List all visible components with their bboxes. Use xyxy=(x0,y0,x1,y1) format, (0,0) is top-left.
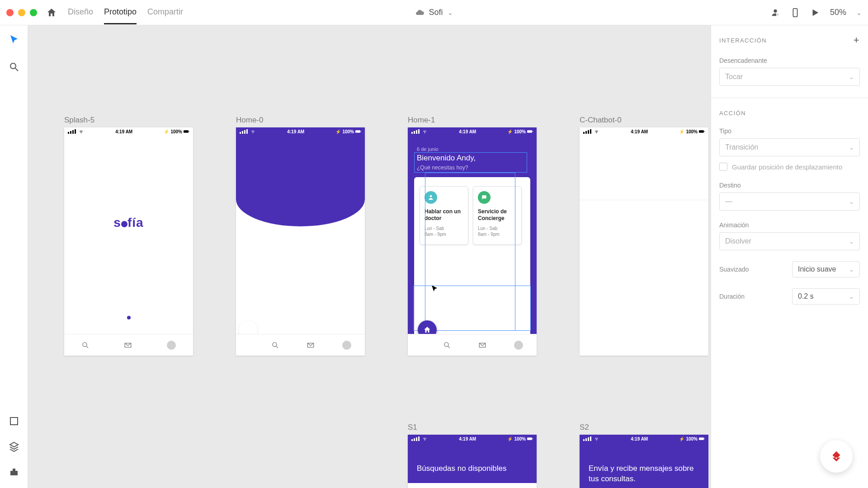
select-tool[interactable] xyxy=(9,34,19,47)
artboard-splash-5[interactable]: Splash-5 4:19 AM ⚡100% sfía xyxy=(64,116,193,356)
svg-rect-12 xyxy=(355,130,360,132)
status-time: 4:19 AM xyxy=(287,129,304,134)
duration-label: Duración xyxy=(719,293,745,300)
search-tool[interactable] xyxy=(9,61,19,74)
topbar-right: + 50% ⌄ xyxy=(770,8,862,18)
artboard-s1[interactable]: S1 4:19 AM ⚡100% Búsquedas no disponible… xyxy=(408,423,537,488)
chevron-down-icon: ⌄ xyxy=(849,266,854,273)
trigger-value: Tocar xyxy=(725,73,743,81)
artboard-home-0[interactable]: Home-0 4:19 AM ⚡100% xyxy=(236,116,365,356)
tab-design[interactable]: Diseño xyxy=(68,7,93,24)
svg-point-0 xyxy=(774,9,777,12)
animation-select[interactable]: Disolver ⌄ xyxy=(719,232,860,250)
svg-rect-13 xyxy=(360,131,361,132)
animation-value: Disolver xyxy=(725,237,751,245)
device-preview-icon[interactable] xyxy=(790,8,800,18)
status-battery: 100% xyxy=(686,436,698,441)
duration-value: 0.2 s xyxy=(798,292,814,300)
search-icon[interactable] xyxy=(81,341,90,349)
preserve-scroll-checkbox[interactable]: Guardar posición de desplazamiento xyxy=(719,163,860,171)
svg-point-4 xyxy=(10,63,16,69)
chevron-down-icon: ⌄ xyxy=(849,144,854,151)
destination-value: — xyxy=(725,197,732,206)
easing-label: Suavizado xyxy=(719,266,749,273)
mail-icon[interactable] xyxy=(478,341,486,349)
mode-tabs: Diseño Prototipo Compartir xyxy=(68,7,183,18)
minimize-window[interactable] xyxy=(18,9,25,16)
svg-point-10 xyxy=(83,343,87,347)
svg-point-19 xyxy=(444,343,448,347)
artboard-label[interactable]: Splash-5 xyxy=(64,116,193,125)
svg-rect-8 xyxy=(184,130,189,132)
date-label: 6 de junio xyxy=(417,146,439,152)
destination-label: Destino xyxy=(719,182,860,189)
bottom-nav xyxy=(64,334,193,356)
zoom-level[interactable]: 50% xyxy=(830,8,846,17)
type-value: Transición xyxy=(725,143,758,151)
status-bar: 4:19 AM ⚡100% xyxy=(580,435,708,443)
collaborator-icon[interactable]: + xyxy=(770,8,780,18)
trigger-label: Desencadenante xyxy=(719,57,860,64)
tab-prototype[interactable]: Prototipo xyxy=(104,7,137,24)
artboard-home-1[interactable]: Home-1 4:19 AM ⚡100% 6 de junio Bienveni… xyxy=(408,116,537,356)
mail-icon[interactable] xyxy=(124,341,132,349)
canvas[interactable]: Splash-5 4:19 AM ⚡100% sfía Home-0 4:19 … xyxy=(28,25,711,488)
search-icon[interactable] xyxy=(443,341,451,349)
inspector-panel: INTERACCIÓN + Desencadenante Tocar ⌄ ACC… xyxy=(711,25,868,488)
animation-label: Animación xyxy=(719,221,860,229)
svg-rect-22 xyxy=(704,131,704,132)
status-bar: 4:19 AM ⚡100% xyxy=(580,127,708,136)
page-indicator xyxy=(127,316,131,319)
profile-icon[interactable] xyxy=(342,341,351,350)
chevron-down-icon: ⌄ xyxy=(448,9,453,16)
status-battery: 100% xyxy=(170,129,182,134)
selection-outline xyxy=(414,152,527,173)
plugins-icon[interactable] xyxy=(9,466,19,479)
status-battery: 100% xyxy=(514,129,526,134)
duration-select[interactable]: 0.2 s ⌄ xyxy=(792,288,860,305)
tab-share[interactable]: Compartir xyxy=(147,7,183,24)
search-icon[interactable] xyxy=(271,341,279,349)
destination-select[interactable]: — ⌄ xyxy=(719,192,860,211)
type-select[interactable]: Transición ⌄ xyxy=(719,138,860,156)
svg-rect-3 xyxy=(793,8,797,16)
artboard-label[interactable]: C-Chatbot-0 xyxy=(580,116,708,125)
preserve-scroll-label: Guardar posición de desplazamiento xyxy=(732,163,842,171)
zoom-chevron-icon[interactable]: ⌄ xyxy=(856,9,862,16)
artboard-label[interactable]: S1 xyxy=(408,423,537,432)
svg-rect-24 xyxy=(532,438,533,439)
screen-heading: Búsquedas no disponibles xyxy=(417,464,528,474)
maximize-window[interactable] xyxy=(30,9,37,16)
play-icon[interactable] xyxy=(810,8,820,18)
artboard-s2[interactable]: S2 4:19 AM ⚡100% Envía y recibe mensajes… xyxy=(580,423,708,488)
checkbox-icon xyxy=(719,163,727,171)
add-interaction-button[interactable]: + xyxy=(854,34,860,46)
status-bar: 4:19 AM ⚡100% xyxy=(236,127,365,136)
tool-rail xyxy=(0,25,28,488)
mail-icon[interactable] xyxy=(307,341,315,349)
svg-rect-5 xyxy=(10,418,18,425)
artboard-label[interactable]: S2 xyxy=(580,423,708,432)
svg-point-14 xyxy=(273,343,277,347)
cursor-icon xyxy=(430,285,439,293)
document-title[interactable]: Sofi ⌄ xyxy=(415,8,453,17)
layers-panel-icon[interactable] xyxy=(9,441,19,454)
svg-rect-17 xyxy=(532,131,533,132)
artboard-chatbot-0[interactable]: C-Chatbot-0 4:19 AM ⚡100% xyxy=(580,116,708,356)
status-time: 4:19 AM xyxy=(631,129,648,134)
easing-select[interactable]: Inicio suave ⌄ xyxy=(792,261,860,277)
artboard-label[interactable]: Home-0 xyxy=(236,116,365,125)
chevron-down-icon: ⌄ xyxy=(849,74,854,80)
topbar: Diseño Prototipo Compartir Sofi ⌄ + 50% … xyxy=(0,0,868,25)
brand-help-button[interactable] xyxy=(820,440,853,473)
trigger-select[interactable]: Tocar ⌄ xyxy=(719,68,860,86)
window-controls xyxy=(6,9,37,16)
close-window[interactable] xyxy=(6,9,14,16)
home-icon[interactable] xyxy=(46,7,57,18)
artboard-tool[interactable] xyxy=(9,416,19,428)
profile-icon[interactable] xyxy=(167,341,176,350)
artboard-label[interactable]: Home-1 xyxy=(408,116,537,125)
easing-value: Inicio suave xyxy=(798,265,836,273)
profile-icon[interactable] xyxy=(514,341,523,350)
section-interaction: INTERACCIÓN xyxy=(719,37,767,44)
